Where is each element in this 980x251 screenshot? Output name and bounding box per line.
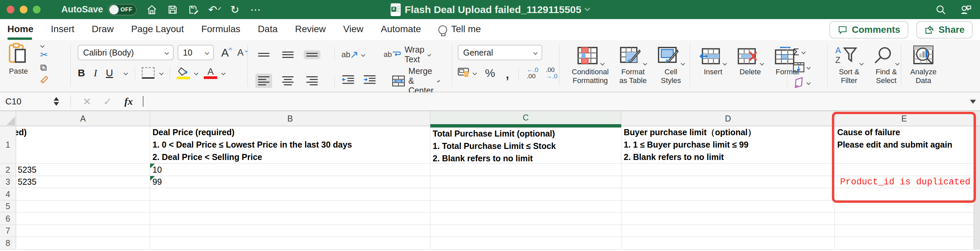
format-painter-icon[interactable]	[40, 75, 50, 84]
cell-E3[interactable]: Product_id is duplicated	[835, 176, 974, 188]
cell-D4[interactable]	[621, 188, 835, 200]
fill-button[interactable]	[793, 60, 810, 74]
select-all-corner[interactable]	[0, 111, 16, 126]
font-size-select[interactable]: 10	[178, 45, 214, 60]
tell-me-button[interactable]: Tell me	[438, 24, 481, 36]
underline-button[interactable]: U	[106, 67, 113, 79]
delete-cells-button[interactable]: Delete	[737, 44, 764, 76]
column-header-c[interactable]: C	[430, 111, 621, 126]
analyze-data-button[interactable]: AnalyzeData	[910, 44, 936, 85]
find-select-button[interactable]: Find &Select	[874, 44, 899, 85]
borders-chevron-icon[interactable]	[159, 71, 164, 75]
tab-data[interactable]: Data	[258, 24, 277, 36]
cell-A7[interactable]	[16, 225, 150, 237]
cell-A8[interactable]	[16, 237, 150, 249]
column-header-b[interactable]: B	[150, 111, 430, 126]
row-header-8[interactable]: 8	[0, 237, 16, 249]
cell-D2[interactable]	[621, 164, 835, 176]
cell-D8[interactable]	[621, 237, 835, 249]
cell-D1[interactable]: Buyer purchase limit（optional） 1. 1 ≤ Bu…	[621, 126, 835, 164]
cell-A2[interactable]: 5235	[16, 164, 150, 176]
close-window-button[interactable]	[7, 6, 14, 13]
row-header-1[interactable]: 1	[0, 126, 16, 164]
tab-insert[interactable]: Insert	[51, 24, 75, 36]
cell-C2[interactable]	[430, 164, 621, 176]
cell-C3[interactable]	[430, 176, 621, 188]
increase-indent-button[interactable]	[363, 74, 376, 87]
cell-B3[interactable]: 99	[150, 176, 430, 188]
cell-A1[interactable]: ed)	[16, 126, 150, 164]
clear-button[interactable]	[793, 76, 810, 90]
formula-bar-expand-icon[interactable]	[970, 100, 976, 104]
accounting-chevron-icon[interactable]	[473, 71, 477, 75]
search-icon[interactable]	[935, 4, 947, 16]
redo-icon[interactable]: ↻	[229, 4, 241, 16]
cell-A6[interactable]	[16, 213, 150, 225]
cut-icon[interactable]: ✂	[40, 49, 50, 60]
increase-decimal-button[interactable]: ←.0.00	[527, 66, 539, 79]
autosave-toggle[interactable]: AutoSave OFF	[61, 4, 137, 16]
merge-center-button[interactable]: Merge & Center	[392, 66, 439, 95]
align-bottom-button[interactable]	[304, 50, 320, 59]
more-commands-icon[interactable]: ⋯	[250, 4, 261, 16]
cell-B8[interactable]	[150, 237, 430, 249]
cell-C6[interactable]	[430, 213, 621, 225]
font-color-button[interactable]: A	[204, 67, 217, 79]
title-chevron-icon[interactable]	[584, 5, 590, 11]
sort-filter-button[interactable]: AZ Sort &Filter	[835, 44, 863, 85]
document-title-area[interactable]: Flash Deal Upload failed_1129115505	[391, 0, 590, 19]
column-header-a[interactable]: A	[16, 111, 150, 126]
cell-E6[interactable]	[835, 213, 974, 225]
name-box-stepper[interactable]	[54, 97, 59, 106]
align-left-button[interactable]	[255, 74, 272, 88]
column-header-d[interactable]: D	[621, 111, 835, 126]
underline-chevron-icon[interactable]	[124, 71, 128, 75]
conditional-formatting-button[interactable]: ConditionalFormatting	[572, 44, 609, 85]
autosave-switch[interactable]: OFF	[108, 4, 137, 16]
cell-E8[interactable]	[835, 237, 974, 249]
tab-home[interactable]: Home	[7, 24, 33, 36]
align-center-button[interactable]	[280, 74, 296, 88]
zoom-window-button[interactable]	[33, 6, 41, 13]
cell-B4[interactable]	[150, 188, 430, 200]
cell-D3[interactable]	[621, 176, 835, 188]
cell-A4[interactable]	[16, 188, 150, 200]
column-header-e[interactable]: E	[835, 111, 974, 126]
paste-button[interactable]: Paste	[7, 44, 30, 76]
cell-E2[interactable]	[835, 164, 974, 176]
decrease-indent-button[interactable]	[342, 74, 355, 87]
font-color-chevron-icon[interactable]	[221, 71, 226, 75]
cancel-entry-icon[interactable]: ✕	[83, 96, 91, 107]
row-header-4[interactable]: 4	[0, 188, 16, 200]
align-right-button[interactable]	[304, 74, 320, 88]
borders-icon[interactable]	[142, 67, 154, 79]
cell-B7[interactable]	[150, 225, 430, 237]
cell-B2[interactable]: 10	[150, 164, 430, 176]
cell-D7[interactable]	[621, 225, 835, 237]
cell-E1[interactable]: Cause of failure Please edit and submit …	[835, 126, 974, 164]
tab-automate[interactable]: Automate	[381, 24, 421, 36]
accounting-format-icon[interactable]	[458, 67, 471, 79]
cell-C5[interactable]	[430, 200, 621, 213]
tab-page-layout[interactable]: Page Layout	[131, 24, 184, 36]
comma-style-button[interactable]: ,	[505, 69, 509, 76]
increase-font-size-button[interactable]: A^	[221, 46, 232, 59]
cell-C1[interactable]: Total Purchase Limit (optional) 1. Total…	[430, 126, 621, 164]
cell-D6[interactable]	[621, 213, 835, 225]
cell-E5[interactable]	[835, 200, 974, 213]
cell-B1[interactable]: Deal Price (required) 1. 0 < Deal Price …	[150, 126, 430, 164]
cell-C7[interactable]	[430, 225, 621, 237]
cell-B6[interactable]	[150, 213, 430, 225]
cell-E4[interactable]	[835, 188, 974, 200]
save-as-icon[interactable]	[188, 4, 199, 16]
share-button[interactable]: Share	[916, 21, 973, 38]
fill-color-button[interactable]	[177, 66, 190, 79]
cell-A5[interactable]	[16, 200, 150, 213]
name-box[interactable]: C10	[0, 96, 54, 107]
tab-formulas[interactable]: Formulas	[201, 24, 240, 36]
autosum-button[interactable]: Σ	[793, 45, 810, 59]
minimize-window-button[interactable]	[20, 6, 27, 13]
share-presence-icon[interactable]	[960, 4, 971, 16]
comments-button[interactable]: Comments	[829, 21, 908, 38]
tab-draw[interactable]: Draw	[92, 24, 114, 36]
